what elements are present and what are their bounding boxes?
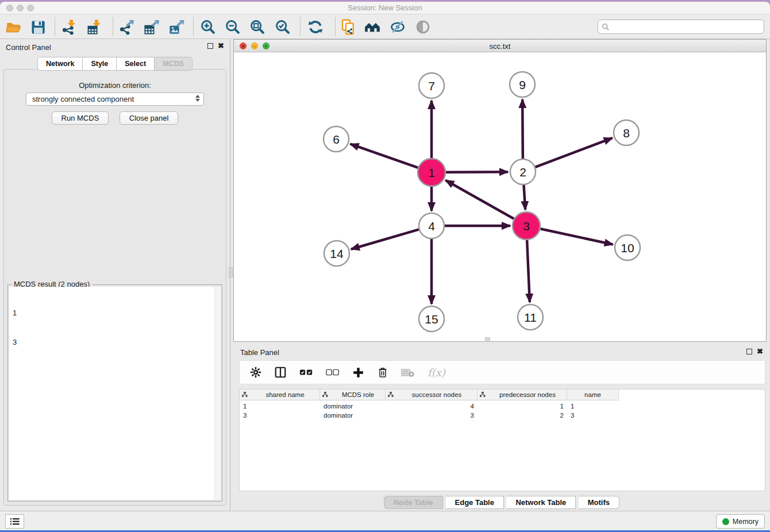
result-scrollbar[interactable]	[214, 287, 221, 500]
cell-successor-nodes[interactable]: 4	[386, 402, 478, 411]
export-table-icon[interactable]	[144, 19, 160, 35]
edge-label-mark	[430, 126, 432, 132]
close-table-panel-icon[interactable]: ✖	[757, 349, 763, 354]
graph[interactable]: 7968124314101511	[234, 52, 766, 341]
tab-style[interactable]: Style	[83, 57, 117, 71]
graph-node-label: 15	[425, 313, 438, 326]
cell-name[interactable]: 1	[567, 402, 619, 411]
network-window-titlebar[interactable]: ✕ – + scc.txt	[234, 40, 766, 52]
graph-node-label: 8	[623, 126, 630, 140]
column-header-predecessor-nodes[interactable]: predecessor nodes	[478, 390, 567, 400]
control-panel-title: Control Panel	[6, 43, 51, 52]
cell-mcds-role[interactable]: dominator	[320, 411, 386, 421]
cell-mcds-role[interactable]: dominator	[320, 402, 386, 411]
cell-successor-nodes[interactable]: 3	[386, 411, 478, 421]
zoom-in-icon[interactable]	[200, 19, 216, 35]
node-table[interactable]: shared name MCDS role successor nodes pr…	[239, 389, 765, 491]
float-table-panel-icon[interactable]	[746, 349, 752, 354]
cell-shared-name[interactable]: 1	[240, 402, 320, 411]
zoom-selected-icon[interactable]	[275, 19, 291, 35]
table-settings-icon[interactable]	[250, 367, 261, 378]
table-panel: Table Panel ✖	[233, 344, 770, 511]
graph-node-label: 3	[523, 219, 530, 233]
tab-network[interactable]: Network	[37, 57, 83, 71]
table-header-row: shared name MCDS role successor nodes pr…	[240, 390, 619, 400]
import-table-icon[interactable]	[86, 19, 102, 35]
network-canvas[interactable]: 7968124314101511	[234, 52, 766, 341]
graph-node-label: 4	[428, 219, 435, 233]
column-header-shared-name[interactable]: shared name	[240, 390, 320, 400]
export-image-icon[interactable]	[168, 19, 184, 35]
tab-node-table[interactable]: Node Table	[384, 496, 443, 509]
delete-table-icon[interactable]	[401, 368, 415, 377]
edge-label-mark	[522, 125, 523, 131]
save-session-icon[interactable]	[30, 19, 46, 35]
memory-label: Memory	[733, 518, 759, 526]
tab-mcds[interactable]: MCDS	[155, 57, 192, 71]
cell-predecessor-nodes[interactable]: 1	[478, 402, 567, 411]
memory-button[interactable]: Memory	[716, 514, 765, 529]
column-header-name[interactable]: name	[567, 390, 619, 400]
export-network-icon[interactable]	[118, 19, 134, 35]
clone-network-icon[interactable]	[340, 19, 356, 35]
mcds-result-box: MCDS result (2 nodes) 1 3	[7, 284, 222, 502]
show-columns-icon[interactable]	[274, 366, 287, 379]
mcds-result-line: 3	[13, 337, 217, 347]
optimization-criterion-label: Optimization criterion:	[4, 81, 226, 90]
toolbar-separator	[193, 17, 194, 36]
deselect-all-columns-icon[interactable]	[326, 368, 340, 376]
network-window-title: scc.txt	[234, 42, 766, 51]
toolbar-separator	[300, 17, 301, 36]
edge-label-mark	[523, 196, 526, 202]
tab-network-table[interactable]: Network Table	[506, 496, 576, 509]
search-field[interactable]	[598, 20, 764, 34]
tab-select[interactable]: Select	[117, 57, 155, 71]
run-mcds-button[interactable]: Run MCDS	[52, 111, 109, 125]
table-panel-tabs: Node Table Edge Table Network Table Moti…	[233, 496, 770, 509]
task-history-button[interactable]	[5, 514, 24, 529]
tab-edge-table[interactable]: Edge Table	[446, 496, 504, 509]
criterion-selected-value: strongly connected component	[32, 95, 134, 103]
cell-name[interactable]: 3	[567, 411, 619, 421]
control-panel: Control Panel ✖ Network Style Select MCD…	[0, 39, 230, 511]
open-session-icon[interactable]	[6, 19, 22, 35]
panel-splitter-handle[interactable]	[229, 267, 233, 277]
toolbar-separator	[335, 17, 336, 36]
table-row[interactable]: 3 dominator 3 2 3	[240, 411, 619, 421]
add-column-icon[interactable]	[352, 367, 364, 379]
select-all-columns-icon[interactable]	[299, 368, 313, 376]
delete-column-icon[interactable]	[377, 367, 388, 378]
show-hidden-icon[interactable]	[415, 19, 431, 35]
application-window: Session: New Session	[0, 2, 770, 532]
search-input[interactable]	[610, 23, 764, 31]
column-header-mcds-role[interactable]: MCDS role	[320, 390, 386, 400]
tab-motifs[interactable]: Motifs	[579, 496, 619, 509]
import-network-icon[interactable]	[61, 19, 77, 35]
float-panel-icon[interactable]	[207, 43, 213, 49]
graph-node-label: 14	[330, 247, 344, 260]
column-type-icon	[322, 392, 328, 398]
first-neighbors-icon[interactable]	[364, 19, 380, 35]
table-row[interactable]: 1 dominator 4 1 1	[240, 402, 619, 411]
mcds-result-textarea[interactable]: 1 3	[9, 287, 221, 500]
zoom-fit-icon[interactable]	[249, 19, 265, 35]
toolbar-separator	[55, 17, 55, 36]
close-panel-icon[interactable]: ✖	[218, 43, 224, 49]
close-panel-button[interactable]: Close panel	[120, 111, 179, 125]
canvas-resize-handle[interactable]	[485, 337, 490, 341]
mcds-result-line: 1	[13, 308, 217, 318]
zoom-out-icon[interactable]	[225, 19, 241, 35]
column-type-icon	[242, 392, 248, 398]
cell-shared-name[interactable]: 3	[240, 411, 320, 421]
hide-selected-icon[interactable]	[390, 19, 406, 35]
column-header-successor-nodes[interactable]: successor nodes	[386, 390, 478, 400]
function-builder-icon[interactable]: f(x)	[428, 367, 445, 379]
refresh-icon[interactable]	[307, 19, 324, 35]
graph-node-label: 1	[428, 166, 435, 179]
cell-predecessor-nodes[interactable]: 2	[478, 411, 567, 421]
criterion-select[interactable]: strongly connected component	[26, 92, 204, 106]
graph-node-label: 10	[621, 241, 634, 255]
edge-label-mark	[430, 269, 432, 275]
graph-node-label: 6	[333, 133, 340, 146]
column-type-icon	[388, 392, 394, 398]
